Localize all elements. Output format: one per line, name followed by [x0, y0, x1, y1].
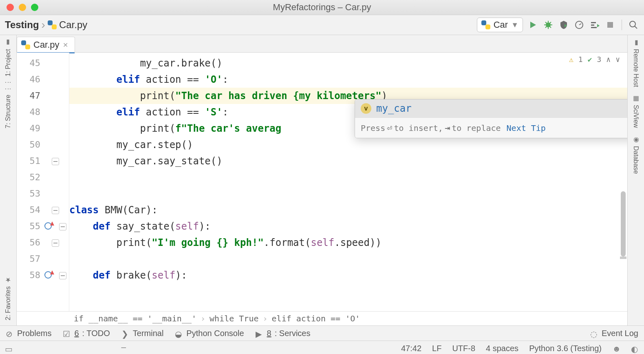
structure-icon: ⋮⋮	[4, 84, 12, 92]
status-bar: ▭ 47:42 LF UTF-8 4 spaces Python 3.6 (Te…	[0, 341, 644, 354]
tab-label: Car.py	[33, 40, 60, 50]
breadcrumb-root[interactable]: Testing	[5, 19, 39, 31]
run-with-coverage-button[interactable]	[558, 19, 569, 31]
inspection-widget[interactable]: ⚠1 ✔3 ∧ ∨	[569, 55, 620, 64]
profile-button[interactable]	[573, 19, 585, 31]
problems-icon: ⊘	[6, 329, 14, 337]
zoom-window-icon[interactable]	[31, 4, 38, 11]
run-configuration-combo[interactable]: Car ▼	[477, 18, 523, 32]
debug-button[interactable]	[543, 19, 554, 31]
todo-icon: ☑	[63, 329, 71, 337]
context-crumb[interactable]: while True	[210, 314, 258, 323]
tool-window-database[interactable]: ◉Database	[632, 135, 640, 174]
concurrency-diagram-button[interactable]	[589, 19, 600, 31]
code-completion-popup[interactable]: v my_car Press ⏎ to insert, ⇥ to replace…	[355, 99, 627, 138]
tool-window-structure[interactable]: 7: Structure⋮⋮	[4, 84, 12, 128]
terminal-icon: ❯_	[121, 329, 130, 337]
tool-window-services[interactable]: ▶8: Services	[256, 329, 311, 338]
window-titlebar: MyRefactorings – Car.py	[0, 0, 644, 15]
completion-suggestion: my_car	[376, 103, 412, 114]
gutter-markers	[44, 53, 69, 311]
svg-rect-4	[591, 27, 597, 28]
svg-rect-2	[591, 22, 596, 23]
breadcrumb[interactable]: Testing › Car.py	[5, 18, 87, 31]
python-icon	[481, 20, 490, 29]
run-button[interactable]	[527, 19, 538, 31]
tool-window-sciview[interactable]: ▦SciView	[632, 94, 640, 128]
svg-rect-5	[607, 22, 613, 28]
completion-hint: Press ⏎ to insert, ⇥ to replace Next Tip…	[355, 117, 627, 138]
override-marker-icon[interactable]	[44, 222, 52, 230]
close-window-icon[interactable]	[7, 4, 14, 11]
python-icon: ◒	[175, 329, 183, 337]
override-marker-icon[interactable]	[44, 271, 52, 279]
editor-tabs: Car.py ✕	[17, 35, 627, 53]
tool-window-problems[interactable]: ⊘Problems	[6, 329, 51, 338]
fold-marker[interactable]	[52, 207, 59, 214]
editor[interactable]: 4546 4748 4950 5152 5354 5556 5758	[17, 53, 627, 311]
context-crumb[interactable]: if __name__ == '__main__'	[74, 314, 196, 323]
inspection-profile-icon[interactable]: ☻	[612, 344, 620, 352]
enter-key-icon: ⏎	[387, 123, 392, 133]
svg-point-6	[630, 21, 635, 27]
scrollbar-mark[interactable]	[620, 257, 626, 259]
database-icon: ◉	[632, 135, 640, 144]
code-content[interactable]: ⚠1 ✔3 ∧ ∨ my_car.brake() elif action == …	[69, 53, 627, 311]
left-tool-strip: 1: Project▮ 7: Structure⋮⋮ 2: Favorites★	[0, 35, 17, 325]
context-crumb[interactable]: elif action == 'O'	[272, 314, 360, 323]
search-everywhere-icon[interactable]	[628, 19, 639, 31]
variable-icon: v	[361, 103, 371, 114]
navigation-bar: Testing › Car.py Car ▼	[0, 15, 644, 35]
tool-window-remote-host[interactable]: ▮Remote Host	[632, 38, 640, 87]
chevron-up-icon[interactable]: ∧	[606, 55, 611, 64]
indent-settings[interactable]: 4 spaces	[486, 344, 518, 353]
gutter-line-numbers: 4546 4748 4950 5152 5354 5556 5758	[17, 53, 44, 311]
window-controls	[7, 4, 38, 11]
svg-rect-3	[591, 24, 594, 26]
editor-tab-car[interactable]: Car.py ✕	[17, 37, 75, 53]
close-icon[interactable]: ✕	[63, 41, 68, 49]
fold-marker[interactable]	[59, 223, 66, 230]
fold-marker[interactable]	[52, 158, 59, 165]
event-log-icon: ◌	[590, 329, 598, 337]
run-config-label: Car	[494, 20, 508, 30]
folder-icon: ▮	[4, 38, 12, 46]
completion-item[interactable]: v my_car	[355, 100, 627, 117]
python-file-icon	[48, 20, 57, 29]
breadcrumb-file[interactable]: Car.py	[59, 19, 87, 31]
tool-window-todo[interactable]: ☑6: TODO	[63, 329, 110, 338]
python-interpreter[interactable]: Python 3.6 (Testing)	[529, 344, 602, 353]
memory-indicator-icon[interactable]: ◐	[631, 344, 639, 352]
chevron-down-icon[interactable]: ∨	[615, 55, 620, 64]
right-tool-strip: ▮Remote Host ▦SciView ◉Database	[627, 35, 644, 325]
next-tip-link[interactable]: Next Tip	[507, 123, 546, 133]
stop-button[interactable]	[604, 19, 616, 31]
editor-area: Car.py ✕ 4546 4748 4950 5152 5354 5556 5…	[17, 35, 627, 325]
tool-windows-toggle-icon[interactable]: ▭	[5, 344, 13, 352]
line-separator[interactable]: LF	[432, 344, 441, 353]
tool-window-project[interactable]: 1: Project▮	[4, 38, 12, 77]
chevron-right-icon: ›	[42, 18, 45, 31]
grid-icon: ▦	[632, 94, 640, 102]
tool-window-terminal[interactable]: ❯_Terminal	[121, 329, 164, 338]
tool-window-python-console[interactable]: ◒Python Console	[175, 329, 244, 338]
fold-marker[interactable]	[59, 272, 66, 279]
caret-position[interactable]: 47:42	[401, 344, 421, 353]
fold-marker[interactable]	[52, 239, 59, 247]
warning-icon: ⚠	[569, 55, 573, 64]
bottom-tool-bar: ⊘Problems ☑6: TODO ❯_Terminal ◒Python Co…	[0, 325, 644, 341]
services-icon: ▶	[256, 329, 264, 337]
minimize-window-icon[interactable]	[19, 4, 26, 11]
window-title: MyRefactorings – Car.py	[0, 2, 644, 13]
tab-key-icon: ⇥	[445, 123, 450, 133]
tool-window-event-log[interactable]: ◌Event Log	[590, 329, 638, 338]
file-encoding[interactable]: UTF-8	[452, 344, 475, 353]
tool-window-favorites[interactable]: 2: Favorites★	[4, 276, 12, 321]
separator	[622, 20, 622, 30]
chevron-down-icon: ▼	[511, 21, 518, 29]
check-icon: ✔	[588, 55, 592, 64]
context-breadcrumbs[interactable]: if __name__ == '__main__' › while True ›…	[17, 311, 627, 325]
server-icon: ▮	[632, 38, 640, 46]
scrollbar-thumb[interactable]	[621, 191, 626, 257]
python-file-icon	[21, 40, 30, 49]
